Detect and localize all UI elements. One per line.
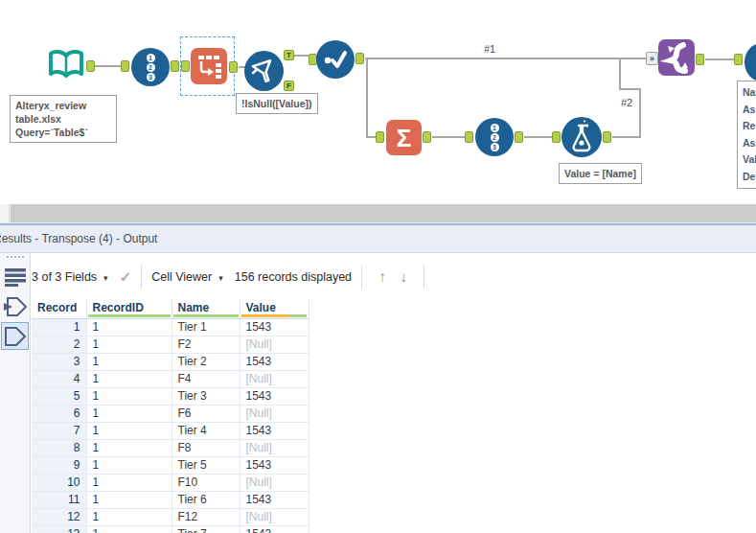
data-cell[interactable]: F6	[172, 405, 240, 422]
scroll-up-button[interactable]: ↑	[378, 268, 386, 286]
select-tool[interactable]	[316, 40, 355, 79]
input-data-tool[interactable]	[48, 48, 84, 82]
input-anchor-button[interactable]	[3, 294, 28, 319]
data-cell[interactable]: Tier 1	[172, 318, 240, 336]
table-row[interactable]: 51Tier 31543	[32, 387, 309, 405]
scrollbar-left-button[interactable]	[0, 204, 10, 222]
table-row[interactable]: 41F4[Null]	[32, 370, 309, 387]
apply-check-icon[interactable]: ✓	[120, 268, 132, 286]
edge-tool-input-anchor[interactable]	[734, 54, 743, 65]
table-row[interactable]: 71Tier 41543	[32, 422, 309, 439]
data-cell[interactable]: 1543	[240, 525, 309, 533]
column-header-recordid[interactable]: RecordID	[86, 300, 172, 318]
summarize-input-anchor[interactable]	[376, 131, 384, 143]
data-cell[interactable]: 1	[86, 318, 172, 336]
data-cell[interactable]: 1	[86, 422, 172, 439]
data-cell[interactable]: [Null]	[240, 508, 309, 525]
data-cell[interactable]: [Null]	[240, 439, 309, 456]
filter-annotation[interactable]: !IsNull([Value])	[236, 93, 318, 114]
canvas-horizontal-scrollbar[interactable]	[0, 204, 756, 222]
column-header-name[interactable]: Name	[172, 300, 240, 318]
table-row[interactable]: 21F2[Null]	[32, 336, 309, 353]
table-row[interactable]: 11Tier 11543	[32, 318, 309, 336]
table-row[interactable]: 111Tier 61543	[32, 491, 309, 508]
summarize-tool[interactable]: Σ	[386, 120, 422, 155]
filter-true-anchor[interactable]: T	[284, 50, 294, 60]
records-list-button[interactable]	[3, 265, 28, 290]
data-cell[interactable]: Tier 4	[172, 422, 240, 439]
data-cell[interactable]: Tier 7	[172, 525, 240, 533]
table-row[interactable]: 131Tier 71543	[32, 525, 309, 533]
data-cell[interactable]: 1543	[240, 387, 309, 405]
data-cell[interactable]: 1	[86, 491, 172, 508]
data-cell[interactable]: 1	[86, 370, 172, 387]
row-number-cell[interactable]: 3	[32, 353, 86, 370]
column-header-record[interactable]: Record	[32, 300, 86, 318]
edge-tool-annotation[interactable]: Na As Re As Val De	[737, 81, 756, 189]
record-id-2-input-anchor[interactable]	[465, 131, 473, 143]
record-id-2-output-anchor[interactable]	[515, 131, 523, 143]
record-id-1-tool[interactable]: 1 2 3	[131, 48, 170, 86]
row-number-cell[interactable]: 6	[32, 405, 86, 422]
record-id-2-tool[interactable]: 1 2 3	[475, 118, 514, 156]
data-cell[interactable]: 1	[86, 336, 172, 353]
transpose-tool[interactable]	[191, 48, 227, 84]
data-cell[interactable]: 1	[86, 405, 172, 422]
data-cell[interactable]: 1543	[240, 318, 309, 336]
data-cell[interactable]: F8	[172, 439, 240, 456]
row-number-cell[interactable]: 7	[32, 422, 86, 439]
filter-tool[interactable]	[244, 51, 284, 91]
data-cell[interactable]: Tier 5	[172, 456, 240, 474]
data-cell[interactable]: 1	[86, 474, 172, 491]
formula-input-anchor[interactable]	[552, 131, 561, 143]
workflow-canvas[interactable]: 1 2 3 T F	[0, 0, 756, 204]
row-number-cell[interactable]: 12	[32, 508, 86, 525]
column-header-value[interactable]: Value	[240, 300, 309, 318]
data-cell[interactable]: 1	[86, 439, 172, 456]
data-cell[interactable]: [Null]	[240, 405, 309, 422]
data-cell[interactable]: [Null]	[240, 474, 309, 491]
data-cell[interactable]: Tier 2	[172, 353, 240, 370]
data-cell[interactable]: 1	[86, 508, 172, 525]
table-row[interactable]: 101F10[Null]	[32, 474, 309, 491]
fields-dropdown[interactable]: 3 of 3 Fields ▾	[32, 270, 108, 284]
data-cell[interactable]: Tier 6	[172, 491, 240, 508]
data-cell[interactable]: 1	[86, 525, 172, 533]
data-cell[interactable]: [Null]	[240, 336, 309, 353]
summarize-output-anchor[interactable]	[423, 131, 431, 143]
data-cell[interactable]: 1543	[240, 491, 309, 508]
formula-annotation[interactable]: Value = [Name]	[559, 163, 642, 184]
row-number-cell[interactable]: 2	[32, 336, 86, 353]
data-cell[interactable]: 1	[86, 387, 172, 405]
select-output-anchor[interactable]	[355, 53, 364, 64]
data-cell[interactable]: F4	[172, 370, 240, 387]
table-row[interactable]: 81F8[Null]	[32, 439, 309, 456]
input-data-annotation[interactable]: Alteryx_review table.xlsx Query=`Table$`	[10, 95, 117, 143]
row-number-cell[interactable]: 9	[32, 456, 86, 474]
row-number-cell[interactable]: 1	[32, 318, 86, 336]
row-number-cell[interactable]: 11	[32, 491, 86, 508]
data-cell[interactable]: F10	[172, 474, 240, 491]
data-cell[interactable]: F12	[172, 508, 240, 525]
data-cell[interactable]: Tier 3	[172, 387, 240, 405]
row-number-cell[interactable]: 13	[32, 525, 86, 533]
union-output-anchor[interactable]	[696, 54, 704, 65]
filter-false-anchor[interactable]: F	[284, 81, 294, 91]
grip-handle[interactable]	[7, 256, 9, 258]
record-id-1-input-anchor[interactable]	[121, 60, 129, 72]
data-cell[interactable]: 1	[86, 456, 172, 474]
table-row[interactable]: 91Tier 51543	[32, 456, 309, 474]
scroll-down-button[interactable]: ↓	[400, 268, 407, 286]
row-number-cell[interactable]: 8	[32, 439, 86, 456]
row-number-cell[interactable]: 10	[32, 474, 86, 491]
data-cell[interactable]: F2	[172, 336, 240, 353]
cell-viewer-dropdown[interactable]: Cell Viewer ▾	[151, 270, 223, 284]
formula-tool[interactable]	[561, 117, 602, 157]
data-cell[interactable]: 1543	[240, 456, 309, 474]
input-data-output-anchor[interactable]	[86, 60, 95, 72]
scrollbar-thumb[interactable]	[11, 204, 756, 222]
table-row[interactable]: 31Tier 21543	[32, 353, 309, 370]
union-input-anchor[interactable]: »	[646, 52, 658, 65]
row-number-cell[interactable]: 4	[32, 370, 86, 387]
record-id-1-output-anchor[interactable]	[171, 60, 179, 72]
